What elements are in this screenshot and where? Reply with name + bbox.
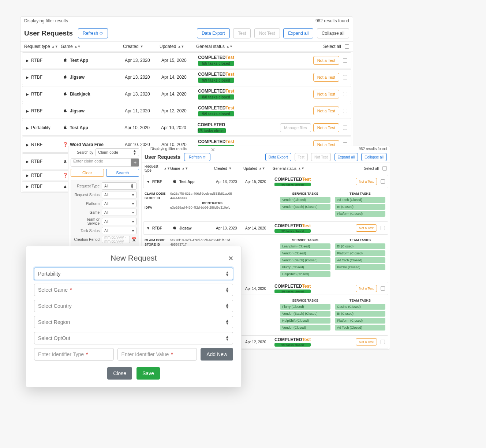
col-created[interactable]: Created▼ [123,44,160,49]
filter-request-status[interactable]: All▾ [102,191,137,198]
select-region[interactable]: Select Region▲▼ [34,316,233,328]
close-icon[interactable]: × [228,254,233,263]
table-row[interactable]: ▶RTBF Jigsaw Apr 13, 2020 Apr 14, 2020 C… [22,69,351,85]
request-type-select[interactable]: Portability▲▼ [34,268,233,280]
request-type: RTBF [31,173,42,178]
updated-date: Apr 12, 2020 [161,108,198,113]
data-export-button[interactable]: Data Export [197,28,229,38]
sort-icon: ▲▼ [226,45,233,48]
col-updated[interactable]: Updated▲▼ [160,44,196,49]
clear-button[interactable]: Clear [71,169,104,177]
table-row[interactable]: ▶RTBF Test App Apr 13, 2020 Apr 15, 2020… [22,52,351,68]
filter-request-type[interactable]: All▲▼ [102,182,137,190]
select-game[interactable]: Select Game* ▲▼ [34,284,233,296]
col-general-status[interactable]: General status▲▼ [196,44,277,49]
calendar-icon[interactable]: 📅 [131,237,137,242]
not-a-test-button[interactable]: Not a Test [356,224,377,232]
game-name: Test App [70,58,88,63]
not-a-test-button[interactable]: Not a Test [356,338,377,346]
not-a-test-button[interactable]: Not a Test [356,285,377,292]
service-tasks-header: SERVICE TASKS [280,192,330,195]
not-a-test-button[interactable]: Not a Test [313,73,339,82]
row-checkbox[interactable] [343,126,347,130]
close-button[interactable]: Close [107,367,132,380]
col-request-type[interactable]: Request type▲▼ [145,164,170,172]
select-all-checkbox[interactable] [345,44,349,49]
expand-icon[interactable]: ▶ [26,92,29,96]
progress-bar: 8/8 tasks closed [198,94,234,100]
test-badge: Test [302,284,311,289]
not-a-test-button[interactable]: Not a Test [313,107,339,115]
select-all-checkbox[interactable] [382,166,387,171]
expand-icon[interactable]: ▶ [26,126,29,130]
filter-creation-period[interactable]: mm/dd/yyyy - mm/dd/yyyy [102,236,130,243]
col-created[interactable]: Created▼ [214,164,243,172]
apple-icon [63,92,68,97]
collapse-icon[interactable]: ▼ [146,226,150,230]
claim-code-input[interactable]: Enter claim code [71,158,131,167]
search-button[interactable]: Search [106,169,139,177]
expand-all-button[interactable]: Expand all [283,28,313,38]
select-optout[interactable]: Select OptOut▲▼ [34,332,233,344]
collapse-all-button[interactable]: Collapse all [317,28,349,38]
table-row[interactable]: ▼RTBF Jigsaw Apr 13, 2020 Apr 14, 2020 C… [143,221,388,235]
col-updated[interactable]: Updated▲▼ [243,164,273,172]
data-export-button[interactable]: Data Export [265,153,291,161]
table-header: Request type▲▼ Game▲▼ Created▼ Updated▲▼… [20,42,353,52]
not-test-button[interactable]: Not Test [254,28,280,38]
expand-icon[interactable]: ▶ [26,160,29,164]
not-a-test-button[interactable]: Not a Test [356,178,377,185]
expand-icon[interactable]: ▶ [26,173,29,178]
row-checkbox[interactable] [381,179,385,184]
test-button[interactable]: Test [295,153,308,161]
identifier-value-input[interactable]: Enter Identifier Value* [117,348,197,361]
row-checkbox[interactable] [381,226,385,230]
manage-files-button[interactable]: Manage files [280,123,311,132]
row-checkbox[interactable] [343,58,347,63]
col-general-status[interactable]: General status▲▼ [273,164,331,172]
expand-icon[interactable]: ▶ [26,143,29,147]
not-test-button[interactable]: Not Test [311,153,331,161]
row-checkbox[interactable] [343,109,347,113]
expand-icon[interactable]: ▶ [26,109,29,113]
expand-all-button[interactable]: Expand all [334,153,358,161]
refresh-button[interactable]: Refresh ⟳ [78,28,108,38]
status-label: COMPLETED [274,284,302,289]
filter-platform[interactable]: All▾ [102,200,137,207]
team-task-chip: BI (Closed) [335,243,385,249]
row-checkbox[interactable] [343,92,347,96]
table-row[interactable]: ▼RTBF Test App Apr 13, 2020 Apr 15, 2020… [143,175,388,188]
not-a-test-button[interactable]: Not a Test [313,56,339,65]
table-row[interactable]: ▶Portability Test App Apr 10, 2020 Apr 1… [22,120,351,136]
test-button[interactable]: Test [233,28,251,38]
filter-team-service[interactable]: All▾ [102,218,137,225]
collapse-all-button[interactable]: Collapse all [361,153,387,161]
not-a-test-button[interactable]: Not a Test [313,123,339,132]
col-request-type[interactable]: Request type▲▼ [24,44,61,49]
expand-icon[interactable]: ▶ [26,59,29,63]
save-button[interactable]: Save [137,367,160,380]
identifier-type-input[interactable]: Enter Identifier Type* [34,348,114,361]
filter-task-status[interactable]: All▾ [102,227,137,234]
select-country[interactable]: Select Country▲▼ [34,300,233,312]
col-game[interactable]: Game▲▼ [170,164,214,172]
not-a-test-button[interactable]: Not a Test [313,90,339,98]
service-task-chip: Vendor (Batch) (Closed) [280,257,330,263]
filter-game[interactable]: All▾ [102,209,137,216]
service-task-chip: Vendor (Closed) [280,250,330,256]
col-game[interactable]: Game▲▼ [61,44,123,49]
expand-icon[interactable]: ▶ [26,75,29,79]
row-checkbox[interactable] [343,75,347,79]
collapse-icon[interactable]: ▼ [146,180,150,184]
refresh-button[interactable]: Refresh⟳ [184,153,210,161]
add-claim-button[interactable]: + [131,158,139,167]
add-new-button[interactable]: Add New [201,348,233,361]
search-by-select[interactable]: Claim code▲▼ [96,148,139,156]
row-checkbox[interactable] [381,340,385,344]
table-row[interactable]: ▶RTBF Blackjack Apr 13, 2020 Apr 14, 202… [22,86,351,102]
test-badge: Test [225,105,234,111]
close-icon[interactable]: ✕ [211,147,215,153]
expand-icon[interactable]: ▶ [26,184,29,188]
table-row[interactable]: ▶RTBF Jigsaw Apr 11, 2020 Apr 12, 2020 C… [22,103,351,119]
row-checkbox[interactable] [381,286,385,291]
